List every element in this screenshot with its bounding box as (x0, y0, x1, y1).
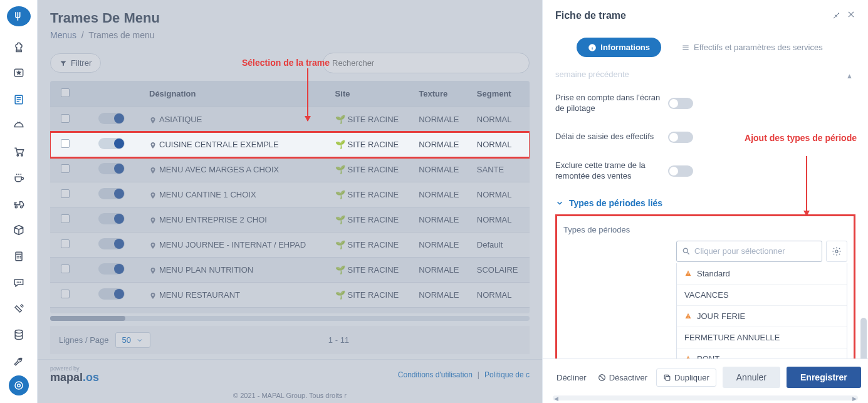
nav-calculator-icon[interactable] (10, 249, 28, 264)
row-site: SITE RACINE (348, 190, 399, 199)
tab-informations[interactable]: Informations (577, 38, 661, 57)
nav-cart-icon[interactable] (10, 144, 28, 159)
nav-package-icon[interactable] (10, 222, 28, 238)
row-segment: NORMAL (471, 207, 530, 233)
row-checkbox[interactable] (61, 189, 70, 198)
footer-copyright: © 2021 - MAPAL Group. Tous droits r (38, 392, 542, 403)
search-input[interactable] (323, 53, 530, 73)
row-checkbox[interactable] (61, 139, 70, 148)
toggle-ventes[interactable] (668, 165, 693, 177)
nav-menu-icon[interactable] (10, 92, 28, 107)
table-row[interactable]: MENU CANTINE 1 CHOIX 🌱SITE RACINE NORMAL… (50, 182, 530, 207)
table-row[interactable]: MENU ENTREPRISE 2 CHOI 🌱SITE RACINE NORM… (50, 207, 530, 233)
setting-pilotage: Prise en compte dans l'écran de pilotage (555, 93, 668, 114)
toggle-pilotage[interactable] (668, 98, 693, 109)
panel-body: semaine précédente ▲ Prise en compte dan… (543, 67, 868, 359)
action-desactiver[interactable]: Désactiver (595, 369, 650, 386)
breadcrumb-root[interactable]: Menus (50, 30, 76, 40)
nav-coffee-icon[interactable] (10, 170, 28, 186)
nav-dish-icon[interactable] (10, 118, 28, 133)
periodes-box: Types de périodes StandardVACANCESJOUR F… (555, 214, 855, 359)
nav-tool-icon[interactable] (10, 301, 28, 317)
table-hscrollbar[interactable] (50, 316, 530, 321)
site-icon: 🌱 (335, 265, 345, 275)
col-segment[interactable]: Segment (471, 81, 530, 107)
dropdown-item[interactable]: FERMETURE ANNUELLE (677, 327, 847, 348)
row-texture: NORMALE (412, 107, 471, 132)
nav-chat-icon[interactable] (10, 275, 28, 290)
panel-hscrollbar[interactable]: ◀▶ (553, 395, 858, 400)
table-row[interactable]: MENU PLAN NUTRITION 🌱SITE RACINE NORMALE… (50, 258, 530, 283)
row-toggle[interactable] (98, 138, 125, 149)
dropdown-item[interactable]: JOUR FERIE (677, 306, 847, 327)
nav-delivery-icon[interactable] (10, 197, 28, 212)
row-toggle[interactable] (98, 288, 125, 300)
footer-logo: powered by mapal.os (50, 366, 99, 383)
section-periodes-toggle[interactable]: Types de périodes liés (555, 191, 855, 216)
table-row[interactable]: MENU RESTAURANT 🌱SITE RACINE NORMALE NOR… (50, 283, 530, 308)
row-checkbox[interactable] (61, 164, 70, 173)
dropdown-item-label: PONT (697, 354, 719, 359)
row-toggle[interactable] (98, 113, 125, 124)
col-texture[interactable]: Texture (412, 81, 471, 107)
svg-point-4 (15, 206, 17, 207)
row-designation: MENU AVEC MARGES A CHOIX (159, 165, 279, 174)
select-all-checkbox[interactable] (61, 88, 70, 97)
nav-bottom-orb[interactable] (9, 375, 29, 395)
nav-chef-icon[interactable] (10, 39, 28, 55)
col-designation[interactable]: Désignation (143, 81, 329, 107)
row-checkbox[interactable] (61, 114, 70, 123)
row-checkbox[interactable] (61, 239, 70, 248)
row-toggle[interactable] (98, 238, 125, 249)
row-toggle[interactable] (98, 263, 125, 275)
row-toggle[interactable] (98, 213, 125, 224)
toggle-effectifs[interactable] (668, 132, 693, 143)
row-checkbox[interactable] (61, 264, 70, 273)
location-pin-icon (149, 142, 157, 149)
dropdown-item[interactable]: VACANCES (677, 285, 847, 306)
filter-button[interactable]: Filtrer (50, 53, 101, 73)
page-size-select[interactable]: 50 (115, 332, 150, 348)
col-site[interactable]: Site (329, 81, 413, 107)
location-pin-icon (149, 292, 157, 300)
action-dupliquer[interactable]: Dupliquer (656, 369, 716, 387)
warning-icon (684, 312, 692, 320)
periode-gear-button[interactable] (826, 241, 847, 262)
table-row[interactable]: ASIATIQUE 🌱SITE RACINE NORMALE NORMAL (50, 107, 530, 132)
table-row[interactable]: MENU JOURNEE - INTERNAT / EHPAD 🌱SITE RA… (50, 233, 530, 258)
footer-privacy[interactable]: Politique de c (484, 370, 530, 379)
annotation-selection: Sélection de la trame (242, 58, 330, 68)
row-toggle[interactable] (98, 188, 125, 199)
panel-vscrollbar[interactable] (860, 318, 867, 359)
caret-up-icon[interactable]: ▲ (846, 72, 853, 80)
table-row[interactable]: CUISINE CENTRALE EXEMPLE 🌱SITE RACINE NO… (50, 132, 530, 157)
pagination: Lignes / Page 50 1 - 11 (50, 326, 530, 354)
svg-point-2 (17, 155, 18, 157)
cancel-button[interactable]: Annuler (723, 367, 780, 388)
footer-terms[interactable]: Conditions d'utilisation (398, 370, 473, 379)
sidebar (0, 0, 38, 403)
save-button[interactable]: Enregistrer (787, 367, 861, 388)
nav-favorite-icon[interactable] (10, 66, 28, 81)
periode-dropdown: StandardVACANCESJOUR FERIEFERMETURE ANNU… (676, 263, 847, 359)
dropdown-item[interactable]: Standard (677, 263, 847, 285)
row-checkbox[interactable] (61, 290, 70, 298)
main-content: Sélection de la trame Trames De Menu Men… (38, 0, 542, 403)
table-row[interactable]: MENU AVEC MARGES A CHOIX 🌱SITE RACINE NO… (50, 157, 530, 182)
nav-database-icon[interactable] (10, 327, 28, 342)
row-checkbox[interactable] (61, 214, 70, 223)
periode-picker[interactable] (676, 241, 822, 262)
close-icon[interactable] (847, 10, 855, 21)
pin-icon[interactable] (832, 10, 840, 21)
site-icon: 🌱 (335, 165, 345, 174)
periode-picker-input[interactable] (694, 246, 817, 256)
dropdown-item[interactable]: PONT (677, 348, 847, 359)
action-decliner[interactable]: Décliner (554, 369, 589, 386)
row-segment: NORMAL (471, 182, 530, 207)
app-logo[interactable] (7, 6, 31, 26)
row-toggle[interactable] (98, 163, 125, 174)
nav-settings-icon[interactable] (10, 353, 28, 369)
tab-effectifs[interactable]: Effectifs et paramètres des services (670, 38, 834, 57)
table-row[interactable]: MENU SANS GLUTEN 🌱SITE RACINE NORMALE NO… (50, 308, 530, 314)
row-segment: Default (471, 233, 530, 258)
